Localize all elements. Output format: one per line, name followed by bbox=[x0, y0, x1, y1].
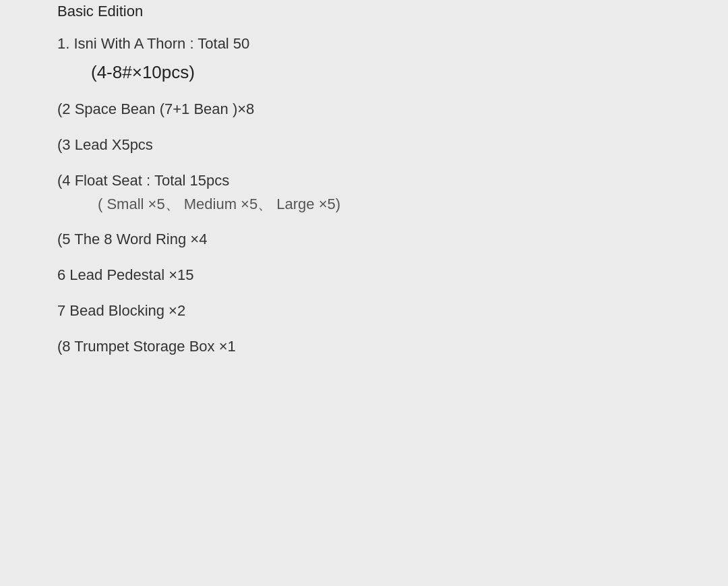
list-item: 6 Lead Pedestal ×15 bbox=[57, 265, 671, 286]
list-item: 7 Bead Blocking ×2 bbox=[57, 301, 671, 322]
item-text: (2 Space Bean (7+1 Bean )×8 bbox=[57, 100, 254, 117]
list-item: (2 Space Bean (7+1 Bean )×8 bbox=[57, 99, 671, 120]
item-text: (3 Lead X5pcs bbox=[57, 136, 153, 153]
list-item: (3 Lead X5pcs bbox=[57, 135, 671, 156]
list-item: (5 The 8 Word Ring ×4 bbox=[57, 229, 671, 250]
list-item: (4 Float Seat : Total 15pcs( Small ×5、 M… bbox=[57, 171, 671, 215]
item-list: 1. Isni With A Thorn : Total 50(4-8#×10p… bbox=[57, 34, 671, 357]
page-title: Basic Edition bbox=[57, 0, 671, 34]
list-item: 1. Isni With A Thorn : Total 50(4-8#×10p… bbox=[57, 34, 671, 84]
list-item: (8 Trumpet Storage Box ×1 bbox=[57, 336, 671, 357]
item-text: (4 Float Seat : Total 15pcs bbox=[57, 172, 229, 189]
item-text: (5 The 8 Word Ring ×4 bbox=[57, 231, 207, 247]
item-text: 7 Bead Blocking ×2 bbox=[57, 302, 185, 319]
item-sub-note: ( Small ×5、 Medium ×5、 Large ×5) bbox=[98, 194, 671, 215]
item-sub: (4-8#×10pcs) bbox=[91, 60, 671, 84]
item-text: 1. Isni With A Thorn : Total 50 bbox=[57, 35, 249, 52]
item-text: 6 Lead Pedestal ×15 bbox=[57, 266, 193, 283]
item-text: (8 Trumpet Storage Box ×1 bbox=[57, 338, 236, 355]
